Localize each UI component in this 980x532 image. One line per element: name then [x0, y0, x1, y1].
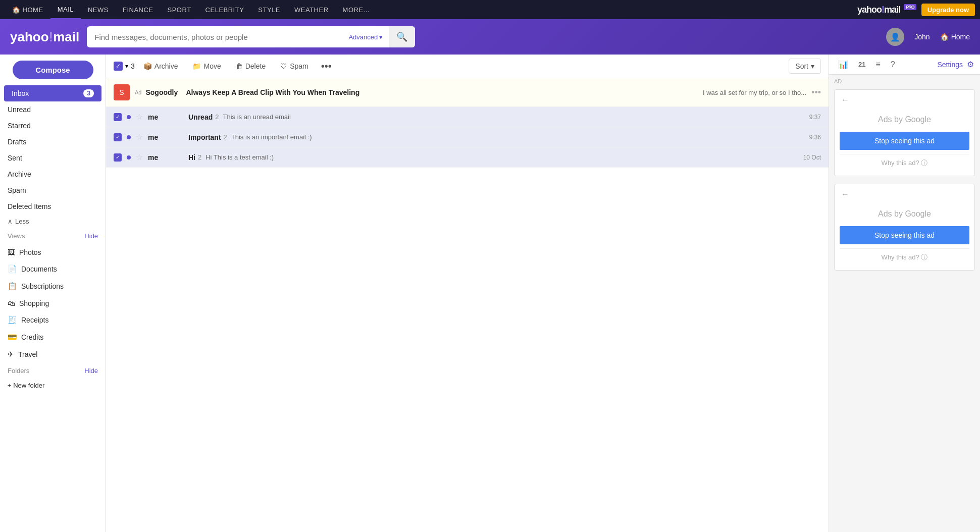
ad-preview: I was all set for my trip, or so I tho..… — [703, 89, 806, 96]
travel-icon: ✈ — [8, 350, 14, 359]
move-button[interactable]: 📁 Move — [186, 59, 227, 73]
nav-mail[interactable]: MAIL — [50, 0, 81, 19]
email-sender-2: me — [148, 133, 188, 141]
stop-seeing-ad-button-2[interactable]: Stop seeing this ad — [840, 226, 969, 244]
sidebar-item-spam[interactable]: Spam — [0, 182, 106, 198]
less-toggle[interactable]: ∧ Less — [0, 215, 106, 228]
unread-label: Unread — [8, 105, 31, 114]
documents-icon: 📄 — [8, 264, 17, 274]
compose-button[interactable]: Compose — [13, 61, 93, 79]
chevron-down-icon[interactable]: ▾ — [125, 63, 128, 70]
gear-icon[interactable]: ⚙ — [967, 60, 974, 69]
select-all-checkbox[interactable]: ✓ — [114, 62, 123, 71]
email-checkbox-2[interactable]: ✓ — [114, 133, 122, 141]
spam-button[interactable]: 🛡 Spam — [274, 59, 315, 73]
email-subject-label-1: Unread — [188, 113, 213, 121]
table-row[interactable]: ✓ ☆ me Important 2 This is an important … — [106, 127, 829, 147]
star-icon-3[interactable]: ☆ — [136, 152, 143, 162]
advanced-button[interactable]: Advanced ▾ — [342, 28, 389, 46]
sidebar-item-inbox[interactable]: Inbox 3 — [4, 85, 101, 101]
receipts-icon: 🧾 — [8, 315, 17, 325]
folders-hide-button[interactable]: Hide — [84, 367, 98, 375]
user-name[interactable]: John — [914, 33, 930, 41]
right-sidebar: 📊 21 ≡ ? Settings ⚙ AD ← Ads by Google S… — [829, 55, 980, 532]
number-21-icon[interactable]: 21 — [855, 59, 868, 70]
help-icon[interactable]: ? — [888, 58, 898, 71]
sort-chevron-icon: ▾ — [811, 62, 814, 70]
email-sender-1: me — [148, 113, 188, 121]
home-link[interactable]: 🏠 Home — [940, 33, 970, 41]
sidebar-item-photos[interactable]: 🖼 Photos — [0, 244, 106, 260]
move-icon: 📁 — [192, 62, 201, 70]
select-all-area: ✓ ▾ 3 — [114, 62, 135, 71]
nav-celebrity[interactable]: CELEBRITY — [198, 0, 251, 19]
nav-style[interactable]: STYLE — [251, 0, 287, 19]
nav-weather[interactable]: WEATHER — [287, 0, 336, 19]
ad-sender-avatar: S — [114, 84, 130, 100]
ads-by-google-1: Ads by Google — [835, 110, 974, 132]
list-icon[interactable]: ≡ — [872, 58, 883, 71]
settings-link[interactable]: Settings — [937, 61, 963, 69]
email-subject-label-3: Hi — [188, 153, 195, 162]
views-hide-button[interactable]: Hide — [84, 232, 98, 240]
star-icon-2[interactable]: ☆ — [136, 132, 143, 142]
archive-button[interactable]: 📦 Archive — [137, 59, 184, 73]
email-preview-2: This is an important email :) — [231, 133, 804, 141]
header-right: 👤 John 🏠 Home — [886, 28, 970, 46]
ad-label-top: AD — [829, 75, 980, 87]
email-checkbox-3[interactable]: ✓ — [114, 153, 122, 162]
nav-sport[interactable]: SPORT — [161, 0, 198, 19]
ad-sender-name: Sogoodly — [145, 88, 186, 96]
sidebar-item-starred[interactable]: Starred — [0, 118, 106, 134]
delete-button[interactable]: 🗑 Delete — [230, 59, 272, 73]
sidebar-item-sent[interactable]: Sent — [0, 150, 106, 166]
sidebar-item-shopping[interactable]: 🛍 Shopping — [0, 295, 106, 311]
credits-icon: 💳 — [8, 333, 17, 342]
nav-finance[interactable]: FINANCE — [116, 0, 161, 19]
ad-more-button[interactable]: ••• — [811, 87, 821, 98]
sidebar-item-unread[interactable]: Unread — [0, 101, 106, 118]
nav-news[interactable]: NEWS — [81, 0, 116, 19]
calendar-grid-icon[interactable]: 📊 — [835, 58, 851, 71]
more-options-button[interactable]: ••• — [317, 61, 336, 72]
email-time-1: 9:37 — [809, 114, 821, 121]
views-label: Views — [8, 232, 25, 240]
back-arrow-icon-2[interactable]: ← — [839, 187, 852, 201]
right-panel-header: 📊 21 ≡ ? Settings ⚙ — [829, 55, 980, 75]
sidebar-item-deleted[interactable]: Deleted Items — [0, 198, 106, 215]
search-button[interactable]: 🔍 — [389, 26, 415, 47]
sidebar-item-travel[interactable]: ✈ Travel — [0, 346, 106, 363]
sidebar-item-receipts[interactable]: 🧾 Receipts — [0, 311, 106, 329]
table-row[interactable]: ✓ ☆ me Unread 2 This is an unread email … — [106, 107, 829, 127]
sidebar-item-drafts[interactable]: Drafts — [0, 134, 106, 150]
unread-dot-3 — [127, 155, 131, 159]
upgrade-button[interactable]: Upgrade now — [921, 4, 975, 16]
why-ad-link-2[interactable]: Why this ad? ⓘ — [840, 248, 969, 266]
star-icon-1[interactable]: ☆ — [136, 112, 143, 122]
spam-icon: 🛡 — [280, 62, 287, 70]
sidebar-item-subscriptions[interactable]: 📋 Subscriptions — [0, 278, 106, 295]
email-checkbox-1[interactable]: ✓ — [114, 113, 122, 121]
avatar[interactable]: 👤 — [886, 28, 904, 46]
ad-email-row[interactable]: S Ad Sogoodly Always Keep A Bread Clip W… — [106, 78, 829, 107]
ad-actions-1: Stop seeing this ad Why this ad? ⓘ — [835, 132, 974, 176]
ad-panel-1: ← Ads by Google Stop seeing this ad Why … — [834, 89, 975, 176]
stop-seeing-ad-button-1[interactable]: Stop seeing this ad — [840, 132, 969, 150]
sidebar-item-archive[interactable]: Archive — [0, 166, 106, 182]
search-input[interactable] — [87, 28, 342, 46]
email-subject-label-2: Important — [188, 133, 221, 141]
sent-label: Sent — [8, 154, 22, 162]
deleted-label: Deleted Items — [8, 202, 51, 210]
sidebar-item-documents[interactable]: 📄 Documents — [0, 260, 106, 278]
sidebar-item-credits[interactable]: 💳 Credits — [0, 329, 106, 346]
new-folder-button[interactable]: + New folder — [0, 379, 106, 392]
back-arrow-icon-1[interactable]: ← — [839, 93, 852, 107]
table-row[interactable]: ✓ ☆ me Hi 2 Hi This is a test email :) 1… — [106, 147, 829, 168]
search-bar: Advanced ▾ 🔍 — [87, 26, 415, 47]
email-preview-3: Hi This is a test email :) — [205, 153, 798, 161]
nav-more[interactable]: MORE... — [336, 0, 377, 19]
why-ad-link-1[interactable]: Why this ad? ⓘ — [840, 154, 969, 172]
sort-button[interactable]: Sort ▾ — [789, 59, 821, 74]
selected-count: 3 — [131, 62, 135, 70]
nav-home[interactable]: 🏠 HOME — [5, 0, 50, 19]
